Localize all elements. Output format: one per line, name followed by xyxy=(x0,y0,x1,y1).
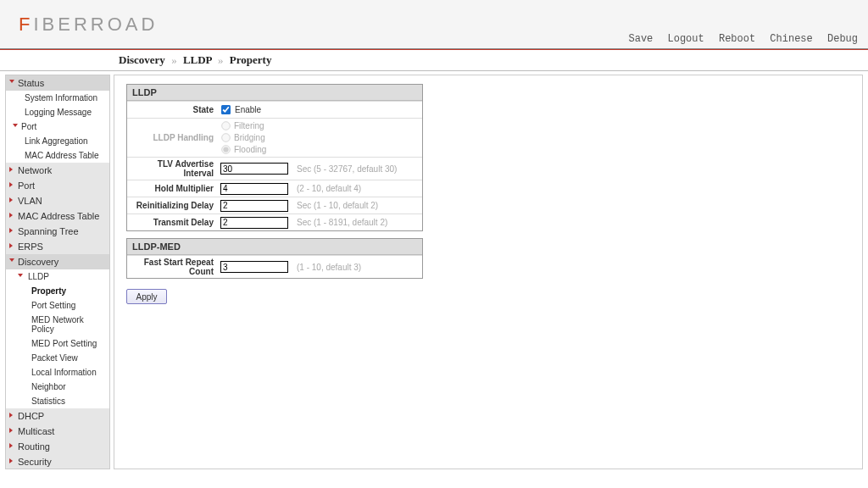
sidebar-sub-logging-message[interactable]: Logging Message xyxy=(6,105,109,119)
logo-first: F xyxy=(19,14,33,35)
sidebar-sub2-packet-view[interactable]: Packet View xyxy=(6,351,109,365)
handling-filtering-radio xyxy=(221,121,230,130)
sidebar-sub-port[interactable]: Port xyxy=(6,119,109,134)
sidebar-item-mac-table[interactable]: MAC Address Table xyxy=(6,208,109,224)
transmit-input[interactable] xyxy=(220,217,288,229)
logo: FIBERROAD xyxy=(19,14,158,36)
handling-label: LLDP Handling xyxy=(127,133,220,142)
fast-start-hint: (1 - 10, default 3) xyxy=(297,263,361,272)
sidebar-sub-link-aggregation[interactable]: Link Aggregation xyxy=(6,134,109,148)
main-content: LLDP State Enable LLDP Handling Filterin… xyxy=(114,75,863,469)
caret-down-icon xyxy=(18,274,23,277)
state-enable-text: Enable xyxy=(235,105,261,114)
lldp-panel-title: LLDP xyxy=(127,85,422,101)
state-enable-checkbox[interactable] xyxy=(221,105,231,114)
state-label: State xyxy=(127,105,220,114)
link-chinese[interactable]: Chinese xyxy=(770,33,812,45)
caret-right-icon xyxy=(9,413,13,418)
sidebar-sub2-med-network-policy[interactable]: MED Network Policy xyxy=(6,313,109,336)
caret-right-icon xyxy=(9,167,13,172)
sidebar-item-vlan[interactable]: VLAN xyxy=(6,193,109,208)
caret-right-icon xyxy=(9,443,13,448)
sidebar-sub2-property[interactable]: Property xyxy=(6,284,109,298)
sidebar-sub-lldp[interactable]: LLDP xyxy=(6,269,109,284)
hold-label: Hold Multiplier xyxy=(127,184,220,193)
caret-right-icon xyxy=(9,458,13,463)
topbar: FIBERROAD Save Logout Reboot Chinese Deb… xyxy=(0,0,868,49)
sidebar-item-port[interactable]: Port xyxy=(6,178,109,193)
handling-bridging-text: Bridging xyxy=(234,133,265,142)
lldp-med-title: LLDP-MED xyxy=(127,239,422,255)
hold-hint: (2 - 10, default 4) xyxy=(297,184,361,193)
handling-flooding-radio xyxy=(221,145,230,153)
crumb-property: Property xyxy=(230,53,272,66)
tlv-input[interactable] xyxy=(220,163,288,175)
caret-down-icon xyxy=(9,258,14,262)
reinit-label: Reinitializing Delay xyxy=(127,201,220,210)
logo-rest: IBERROAD xyxy=(33,14,158,35)
fast-start-label: Fast Start Repeat Count xyxy=(127,258,220,276)
link-debug[interactable]: Debug xyxy=(827,33,858,45)
sidebar-sub2-port-setting[interactable]: Port Setting xyxy=(6,298,109,313)
sidebar-item-discovery[interactable]: Discovery xyxy=(6,254,109,269)
sidebar-item-spanning-tree[interactable]: Spanning Tree xyxy=(6,224,109,239)
lldp-panel: LLDP State Enable LLDP Handling Filterin… xyxy=(126,84,423,231)
link-reboot[interactable]: Reboot xyxy=(719,33,755,45)
caret-down-icon xyxy=(9,80,14,83)
sidebar-item-erps[interactable]: ERPS xyxy=(6,239,109,254)
sidebar-item-status[interactable]: Status xyxy=(6,75,109,91)
sidebar-item-network[interactable]: Network xyxy=(6,163,109,178)
caret-right-icon xyxy=(9,182,13,187)
breadcrumb: Discovery » LLDP » Property xyxy=(0,50,868,71)
caret-right-icon xyxy=(9,228,13,233)
crumb-discovery: Discovery xyxy=(119,53,165,66)
caret-down-icon xyxy=(13,124,18,127)
reinit-input[interactable] xyxy=(220,200,288,212)
chevron-icon: » xyxy=(171,53,177,66)
sidebar-item-routing[interactable]: Routing xyxy=(6,439,109,454)
tlv-hint: Sec (5 - 32767, default 30) xyxy=(297,164,397,174)
caret-right-icon xyxy=(9,428,13,433)
hold-input[interactable] xyxy=(220,183,288,195)
lldp-med-panel: LLDP-MED Fast Start Repeat Count (1 - 10… xyxy=(126,238,423,279)
sidebar-item-multicast[interactable]: Multicast xyxy=(6,424,109,439)
sidebar-sub2-local-information[interactable]: Local Information xyxy=(6,365,109,380)
fast-start-input[interactable] xyxy=(220,261,288,273)
transmit-hint: Sec (1 - 8191, default 2) xyxy=(297,218,387,227)
sidebar: Status System Information Logging Messag… xyxy=(5,75,110,469)
transmit-label: Transmit Delay xyxy=(127,218,220,227)
tlv-label: TLV Advertise Interval xyxy=(127,159,220,178)
sidebar-item-security[interactable]: Security xyxy=(6,454,109,469)
chevron-icon: » xyxy=(218,53,224,66)
sidebar-item-dhcp[interactable]: DHCP xyxy=(6,408,109,424)
sidebar-sub2-med-port-setting[interactable]: MED Port Setting xyxy=(6,336,109,351)
sidebar-sub2-statistics[interactable]: Statistics xyxy=(6,394,109,408)
link-save[interactable]: Save xyxy=(629,33,654,45)
caret-right-icon xyxy=(9,197,13,202)
sidebar-sub2-neighbor[interactable]: Neighbor xyxy=(6,380,109,394)
sidebar-sub-system-information[interactable]: System Information xyxy=(6,91,109,105)
top-links: Save Logout Reboot Chinese Debug xyxy=(620,33,859,45)
apply-button[interactable]: Apply xyxy=(126,289,167,304)
caret-right-icon xyxy=(9,213,13,218)
caret-right-icon xyxy=(9,243,13,248)
reinit-hint: Sec (1 - 10, default 2) xyxy=(297,201,378,210)
handling-filtering-text: Filtering xyxy=(234,121,264,130)
handling-bridging-radio xyxy=(221,133,230,141)
crumb-lldp: LLDP xyxy=(183,53,212,66)
link-logout[interactable]: Logout xyxy=(668,33,704,45)
sidebar-sub-mac-address-table[interactable]: MAC Address Table xyxy=(6,148,109,163)
handling-flooding-text: Flooding xyxy=(234,145,266,154)
